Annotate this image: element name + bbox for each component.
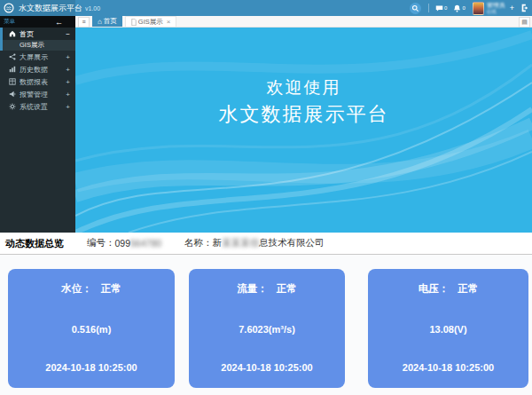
card-title: 电压：正常: [368, 282, 528, 296]
notifications-count-badge: 0: [462, 5, 465, 11]
station-code-label: 编号：: [87, 237, 115, 249]
user-name: 管理员: [487, 2, 505, 9]
sidebar-item-report[interactable]: 数据报表 +: [0, 75, 75, 88]
tab-gis[interactable]: GIS展示 ×: [125, 16, 177, 27]
card-title: 流量：正常: [189, 282, 345, 296]
voltage-card: 电压：正常 13.08(V) 2024-10-18 10:25:00: [368, 269, 528, 388]
hamburger-button[interactable]: ≡: [78, 17, 90, 28]
app-title-text: 水文数据展示平台: [19, 4, 82, 12]
status-badge: 正常: [101, 283, 121, 294]
sidebar-item-bigscreen[interactable]: 大屏展示 +: [0, 51, 75, 63]
sidebar: 首页 − GIS展示 大屏展示 + 历史数据 + 数据报表: [0, 28, 75, 233]
collapse-indicator: −: [66, 30, 70, 38]
voltage-value: 13.08(V): [368, 324, 528, 335]
add-button[interactable]: +: [510, 4, 514, 12]
welcome-panel: 欢迎使用 水文数据展示平台: [75, 28, 532, 233]
status-badge: 正常: [277, 283, 297, 294]
station-name-label: 名称：: [184, 237, 213, 249]
sidebar-menu-label: 菜单: [4, 18, 15, 26]
expand-indicator: +: [66, 103, 70, 111]
top-navbar: 水文数据展示平台v1.00 0 0: [0, 0, 532, 16]
tab-home-label: 首页: [104, 17, 117, 26]
status-cards-section: 水位：正常 0.516(m) 2024-10-18 10:25:00 流量：正常…: [0, 255, 532, 395]
station-code-prefix: 099: [115, 238, 131, 249]
sidebar-header: 菜单 ←: [0, 16, 75, 28]
flow-label: 流量：: [237, 283, 268, 294]
station-name-prefix: 新: [213, 237, 223, 249]
gear-icon: [9, 103, 16, 110]
expand-indicator: +: [66, 66, 70, 74]
sidebar-item-label: 大屏展示: [20, 52, 48, 62]
sidebar-item-history[interactable]: 历史数据 +: [0, 63, 75, 75]
bell-icon: [453, 4, 461, 12]
navbar-divider: [428, 4, 429, 12]
sidebar-subitem-label: GIS展示: [20, 41, 44, 49]
sidebar-item-label: 历史数据: [20, 65, 48, 75]
comment-icon: [435, 4, 443, 12]
welcome-line2: 水文数据展示平台: [75, 101, 532, 128]
status-badge: 正常: [458, 283, 478, 294]
home-icon: ⌂: [98, 18, 102, 26]
voltage-timestamp: 2024-10-18 10:25:00: [368, 362, 528, 373]
sidebar-item-label: 系统设置: [20, 102, 48, 112]
search-icon: [411, 4, 419, 12]
overview-title: 动态数据总览: [5, 237, 64, 250]
app-title: 水文数据展示平台v1.00: [19, 0, 100, 16]
user-avatar[interactable]: [473, 2, 484, 15]
expand-indicator: +: [66, 53, 70, 61]
table-icon: [9, 78, 16, 85]
bullhorn-icon: [9, 91, 16, 98]
app-logo-icon: [4, 3, 14, 13]
logout-button[interactable]: [520, 4, 529, 12]
flow-timestamp: 2024-10-18 10:25:00: [189, 362, 345, 373]
flow-card: 流量：正常 7.6023(m³/s) 2024-10-18 10:25:00: [189, 269, 345, 388]
tab-home[interactable]: ⌂ 首页: [92, 16, 122, 27]
station-code-masked: 564780: [130, 238, 161, 249]
flow-value: 7.6023(m³/s): [189, 324, 345, 335]
search-button[interactable]: [410, 3, 421, 14]
overview-bar: 动态数据总览 编号： 099 564780 名称： 新 某某某信 息技术有限公司: [0, 233, 532, 255]
card-title: 水位：正常: [8, 282, 175, 296]
tab-gis-label: GIS展示: [138, 18, 163, 27]
messages-count-badge: 0: [444, 5, 447, 11]
welcome-line1: 欢迎使用: [75, 76, 532, 99]
document-icon: [131, 19, 137, 26]
sidebar-collapse-button[interactable]: ←: [55, 18, 63, 27]
navbar-actions: 0 0 管理员 在线 +: [403, 0, 529, 16]
expand-indicator: +: [66, 78, 70, 86]
sign-out-icon: [520, 4, 529, 12]
sidebar-item-label: 数据报表: [20, 77, 48, 87]
station-name-suffix: 息技术有限公司: [259, 237, 325, 249]
sidebar-item-home[interactable]: 首页 −: [0, 28, 75, 40]
tab-bar: ≡ ⌂ 首页 GIS展示 × ▤: [75, 16, 532, 28]
sidebar-item-label: 报警管理: [20, 90, 48, 99]
messages-button[interactable]: 0: [435, 4, 447, 12]
close-tab-icon[interactable]: ×: [167, 18, 171, 26]
voltage-label: 电压：: [419, 283, 450, 294]
water-level-timestamp: 2024-10-18 10:25:00: [8, 362, 175, 373]
home-icon: [9, 30, 16, 37]
app-version: v1.00: [85, 5, 100, 12]
water-level-value: 0.516(m): [8, 324, 175, 335]
user-info[interactable]: 管理员 在线: [487, 2, 505, 14]
bar-chart-icon: [9, 66, 16, 73]
sidebar-item-alarm[interactable]: 报警管理 +: [0, 88, 75, 100]
user-status: 在线: [487, 9, 505, 14]
sidebar-item-label: 首页: [20, 29, 34, 39]
station-name-masked: 某某某信: [222, 237, 259, 249]
sidebar-subitem-gis[interactable]: GIS展示: [0, 40, 75, 51]
app-window: 水文数据展示平台v1.00 0 0: [0, 0, 532, 395]
share-nodes-icon: [9, 53, 16, 60]
wave-decoration: [75, 28, 532, 233]
tab-options-button[interactable]: ▤: [519, 17, 530, 28]
water-level-label: 水位：: [61, 283, 92, 294]
notifications-button[interactable]: 0: [453, 4, 465, 12]
expand-indicator: +: [66, 91, 70, 99]
water-level-card: 水位：正常 0.516(m) 2024-10-18 10:25:00: [8, 269, 175, 388]
sidebar-item-settings[interactable]: 系统设置 +: [0, 100, 75, 113]
